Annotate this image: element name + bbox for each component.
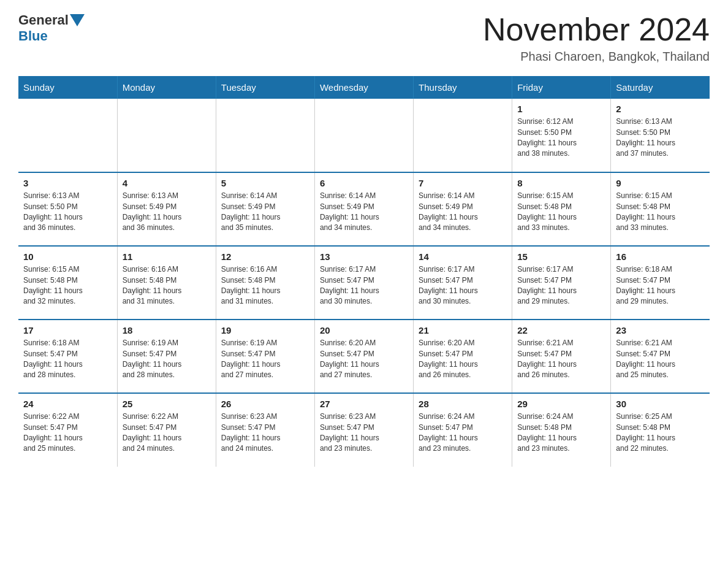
day-info: Sunrise: 6:12 AM Sunset: 5:50 PM Dayligh…: [517, 117, 605, 159]
calendar-cell: [18, 99, 117, 172]
day-number: 16: [616, 251, 705, 262]
title-section: November 2024 Phasi Charoen, Bangkok, Th…: [483, 12, 710, 64]
calendar-cell: 19Sunrise: 6:19 AM Sunset: 5:47 PM Dayli…: [216, 320, 314, 393]
day-info: Sunrise: 6:20 AM Sunset: 5:47 PM Dayligh…: [320, 338, 408, 381]
day-info: Sunrise: 6:25 AM Sunset: 5:48 PM Dayligh…: [616, 412, 705, 454]
day-number: 10: [23, 251, 112, 262]
calendar-cell: 27Sunrise: 6:23 AM Sunset: 5:47 PM Dayli…: [314, 393, 413, 467]
day-info: Sunrise: 6:22 AM Sunset: 5:47 PM Dayligh…: [123, 412, 211, 454]
day-info: Sunrise: 6:13 AM Sunset: 5:49 PM Dayligh…: [123, 191, 211, 234]
day-info: Sunrise: 6:15 AM Sunset: 5:48 PM Dayligh…: [23, 264, 112, 307]
day-number: 11: [123, 251, 211, 262]
calendar-cell: 12Sunrise: 6:16 AM Sunset: 5:48 PM Dayli…: [216, 246, 314, 320]
day-info: Sunrise: 6:23 AM Sunset: 5:47 PM Dayligh…: [221, 412, 309, 454]
calendar-cell: 23Sunrise: 6:21 AM Sunset: 5:47 PM Dayli…: [611, 320, 710, 393]
day-number: 3: [23, 178, 112, 188]
day-info: Sunrise: 6:21 AM Sunset: 5:47 PM Dayligh…: [517, 338, 605, 381]
calendar-cell: 24Sunrise: 6:22 AM Sunset: 5:47 PM Dayli…: [18, 393, 117, 467]
day-number: 14: [419, 251, 507, 262]
day-number: 19: [221, 325, 309, 335]
day-number: 28: [419, 399, 507, 409]
weekday-header-tuesday: Tuesday: [216, 76, 314, 99]
weekday-header-row: SundayMondayTuesdayWednesdayThursdayFrid…: [18, 76, 710, 99]
day-number: 23: [616, 325, 705, 335]
logo-blue-text: Blue: [18, 28, 48, 44]
weekday-header-saturday: Saturday: [611, 76, 710, 99]
day-number: 15: [517, 251, 605, 262]
logo-triangle-icon: [70, 14, 85, 26]
calendar-cell: [314, 99, 413, 172]
calendar-cell: 2Sunrise: 6:13 AM Sunset: 5:50 PM Daylig…: [611, 99, 710, 172]
calendar-week-row: 17Sunrise: 6:18 AM Sunset: 5:47 PM Dayli…: [18, 320, 710, 393]
calendar-cell: 8Sunrise: 6:15 AM Sunset: 5:48 PM Daylig…: [512, 172, 611, 246]
day-info: Sunrise: 6:20 AM Sunset: 5:47 PM Dayligh…: [419, 338, 507, 381]
day-info: Sunrise: 6:16 AM Sunset: 5:48 PM Dayligh…: [123, 264, 211, 307]
day-info: Sunrise: 6:19 AM Sunset: 5:47 PM Dayligh…: [221, 338, 309, 381]
calendar-cell: 20Sunrise: 6:20 AM Sunset: 5:47 PM Dayli…: [314, 320, 413, 393]
day-number: 5: [221, 178, 309, 188]
day-number: 20: [320, 325, 408, 335]
day-number: 18: [123, 325, 211, 335]
day-info: Sunrise: 6:13 AM Sunset: 5:50 PM Dayligh…: [23, 191, 112, 234]
logo: General Blue: [18, 12, 86, 44]
day-number: 13: [320, 251, 408, 262]
day-info: Sunrise: 6:15 AM Sunset: 5:48 PM Dayligh…: [616, 191, 705, 234]
day-number: 12: [221, 251, 309, 262]
calendar-cell: 26Sunrise: 6:23 AM Sunset: 5:47 PM Dayli…: [216, 393, 314, 467]
weekday-header-wednesday: Wednesday: [314, 76, 413, 99]
day-number: 25: [123, 399, 211, 409]
calendar-cell: 17Sunrise: 6:18 AM Sunset: 5:47 PM Dayli…: [18, 320, 117, 393]
day-info: Sunrise: 6:19 AM Sunset: 5:47 PM Dayligh…: [123, 338, 211, 381]
calendar-week-row: 3Sunrise: 6:13 AM Sunset: 5:50 PM Daylig…: [18, 172, 710, 246]
day-info: Sunrise: 6:22 AM Sunset: 5:47 PM Dayligh…: [23, 412, 112, 454]
calendar-week-row: 1Sunrise: 6:12 AM Sunset: 5:50 PM Daylig…: [18, 99, 710, 172]
day-number: 7: [419, 178, 507, 188]
day-info: Sunrise: 6:24 AM Sunset: 5:47 PM Dayligh…: [419, 412, 507, 454]
day-info: Sunrise: 6:24 AM Sunset: 5:48 PM Dayligh…: [517, 412, 605, 454]
calendar-cell: 11Sunrise: 6:16 AM Sunset: 5:48 PM Dayli…: [117, 246, 216, 320]
calendar-cell: 30Sunrise: 6:25 AM Sunset: 5:48 PM Dayli…: [611, 393, 710, 467]
calendar-cell: 6Sunrise: 6:14 AM Sunset: 5:49 PM Daylig…: [314, 172, 413, 246]
day-info: Sunrise: 6:13 AM Sunset: 5:50 PM Dayligh…: [616, 117, 705, 159]
day-number: 8: [517, 178, 605, 188]
calendar-cell: 4Sunrise: 6:13 AM Sunset: 5:49 PM Daylig…: [117, 172, 216, 246]
day-info: Sunrise: 6:14 AM Sunset: 5:49 PM Dayligh…: [320, 191, 408, 234]
calendar-cell: [117, 99, 216, 172]
calendar-cell: [414, 99, 512, 172]
weekday-header-thursday: Thursday: [414, 76, 512, 99]
calendar-cell: 9Sunrise: 6:15 AM Sunset: 5:48 PM Daylig…: [611, 172, 710, 246]
day-number: 29: [517, 399, 605, 409]
calendar-cell: 13Sunrise: 6:17 AM Sunset: 5:47 PM Dayli…: [314, 246, 413, 320]
day-number: 21: [419, 325, 507, 335]
calendar-cell: 28Sunrise: 6:24 AM Sunset: 5:47 PM Dayli…: [414, 393, 512, 467]
calendar-cell: 10Sunrise: 6:15 AM Sunset: 5:48 PM Dayli…: [18, 246, 117, 320]
weekday-header-monday: Monday: [117, 76, 216, 99]
day-number: 24: [23, 399, 112, 409]
day-info: Sunrise: 6:14 AM Sunset: 5:49 PM Dayligh…: [221, 191, 309, 234]
day-number: 26: [221, 399, 309, 409]
day-number: 2: [616, 104, 705, 114]
day-info: Sunrise: 6:17 AM Sunset: 5:47 PM Dayligh…: [517, 264, 605, 307]
day-number: 27: [320, 399, 408, 409]
calendar-cell: 29Sunrise: 6:24 AM Sunset: 5:48 PM Dayli…: [512, 393, 611, 467]
day-number: 6: [320, 178, 408, 188]
calendar-cell: 16Sunrise: 6:18 AM Sunset: 5:47 PM Dayli…: [611, 246, 710, 320]
calendar-cell: 25Sunrise: 6:22 AM Sunset: 5:47 PM Dayli…: [117, 393, 216, 467]
day-number: 1: [517, 104, 605, 114]
calendar-cell: 15Sunrise: 6:17 AM Sunset: 5:47 PM Dayli…: [512, 246, 611, 320]
month-title: November 2024: [483, 12, 710, 47]
day-info: Sunrise: 6:17 AM Sunset: 5:47 PM Dayligh…: [320, 264, 408, 307]
day-info: Sunrise: 6:17 AM Sunset: 5:47 PM Dayligh…: [419, 264, 507, 307]
calendar-cell: 3Sunrise: 6:13 AM Sunset: 5:50 PM Daylig…: [18, 172, 117, 246]
day-info: Sunrise: 6:14 AM Sunset: 5:49 PM Dayligh…: [419, 191, 507, 234]
day-info: Sunrise: 6:15 AM Sunset: 5:48 PM Dayligh…: [517, 191, 605, 234]
day-number: 22: [517, 325, 605, 335]
day-number: 17: [23, 325, 112, 335]
day-info: Sunrise: 6:21 AM Sunset: 5:47 PM Dayligh…: [616, 338, 705, 381]
calendar-cell: 14Sunrise: 6:17 AM Sunset: 5:47 PM Dayli…: [414, 246, 512, 320]
day-info: Sunrise: 6:18 AM Sunset: 5:47 PM Dayligh…: [23, 338, 112, 381]
calendar-cell: 18Sunrise: 6:19 AM Sunset: 5:47 PM Dayli…: [117, 320, 216, 393]
location: Phasi Charoen, Bangkok, Thailand: [483, 50, 710, 64]
day-number: 9: [616, 178, 705, 188]
day-info: Sunrise: 6:16 AM Sunset: 5:48 PM Dayligh…: [221, 264, 309, 307]
